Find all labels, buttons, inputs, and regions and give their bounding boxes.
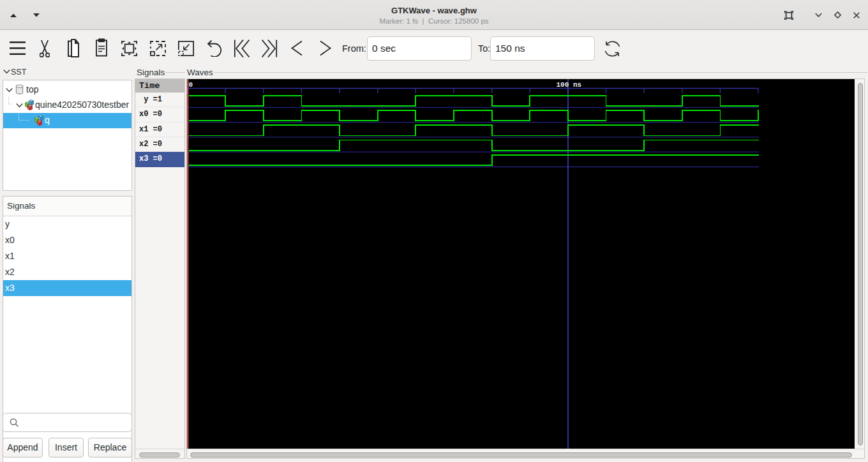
svg-text:0: 0 (189, 81, 193, 89)
svg-text:100 ns: 100 ns (557, 81, 582, 89)
